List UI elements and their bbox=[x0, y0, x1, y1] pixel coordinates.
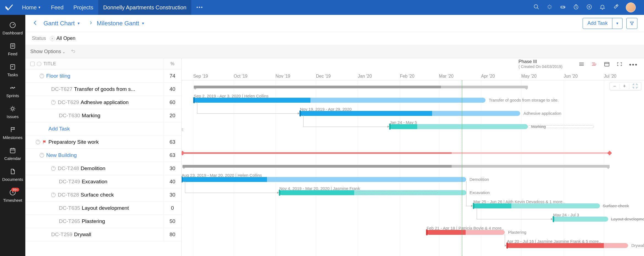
crumb-gantt-chart[interactable]: Gantt Chart bbox=[43, 20, 75, 27]
bell-icon[interactable] bbox=[599, 4, 605, 11]
flag-icon bbox=[42, 140, 47, 144]
search-icon[interactable] bbox=[533, 4, 539, 11]
svg-rect-15 bbox=[10, 64, 15, 69]
zoom-out-button[interactable]: − bbox=[610, 83, 620, 89]
undo-icon[interactable] bbox=[71, 49, 76, 55]
zoom-in-button[interactable]: + bbox=[620, 83, 629, 89]
svg-point-0 bbox=[534, 5, 538, 8]
task-bar[interactable] bbox=[182, 177, 466, 182]
task-row-preparatory[interactable]: ⌃Preparatory Site work63 bbox=[25, 135, 181, 149]
sidebar-item-issues[interactable]: Issues bbox=[0, 102, 25, 123]
task-bar[interactable] bbox=[553, 217, 608, 222]
title-header: TITLE bbox=[43, 61, 56, 66]
today-marker bbox=[462, 80, 462, 256]
gantt-chart-panel[interactable]: Phase III ( Created On 04/03/2019) ••• bbox=[182, 58, 644, 256]
sidebar-item-dashboard[interactable]: Dashboard bbox=[0, 18, 25, 39]
filter-button[interactable] bbox=[626, 18, 637, 29]
task-bar[interactable] bbox=[507, 243, 628, 248]
nav-feed[interactable]: Feed bbox=[46, 0, 69, 15]
column-icon[interactable] bbox=[37, 62, 41, 66]
view-toggle-icon[interactable] bbox=[578, 61, 585, 68]
svg-rect-17 bbox=[10, 148, 15, 153]
phase-title: Phase III ( Created On 04/03/2019) bbox=[519, 59, 563, 69]
breadcrumb-row: Gantt Chart ▼ Milestone Gantt ▼ Add Task… bbox=[25, 15, 644, 32]
task-row-floor-tiling[interactable]: ⌃Floor tiling74 bbox=[25, 69, 181, 83]
tools-icon[interactable] bbox=[613, 4, 619, 11]
collapse-icon[interactable]: ⌃ bbox=[51, 166, 56, 171]
more-icon[interactable]: ••• bbox=[629, 61, 638, 68]
badge: 99+ bbox=[11, 188, 19, 192]
status-label: Status bbox=[32, 36, 46, 41]
fullscreen-icon[interactable] bbox=[616, 61, 623, 68]
task-row-new-building[interactable]: ⌃New Building63 bbox=[25, 149, 181, 162]
critical-path-icon[interactable] bbox=[591, 61, 597, 68]
sparkle-icon[interactable] bbox=[547, 4, 553, 11]
topbar-right bbox=[533, 2, 641, 12]
app-logo[interactable] bbox=[3, 2, 15, 13]
task-list-panel: TITLE % ⌃Floor tiling74 DC-T627Transfer … bbox=[25, 58, 182, 256]
sidebar-item-tasks[interactable]: Tasks bbox=[0, 60, 25, 81]
collapse-icon[interactable]: ⌃ bbox=[40, 74, 44, 78]
status-chip[interactable]: ×All Open bbox=[50, 36, 75, 41]
collapse-icon[interactable]: ⌃ bbox=[40, 153, 44, 157]
task-bar[interactable] bbox=[300, 111, 520, 116]
collapse-icon[interactable]: ⌃ bbox=[51, 193, 56, 197]
bar-title-label: Transfer of goods from storage to site. bbox=[489, 98, 559, 102]
nav-more[interactable]: ••• bbox=[191, 5, 208, 10]
plus-circle-icon[interactable] bbox=[586, 4, 592, 11]
top-nav: Home▼ Feed Projects Donnelly Apartments … bbox=[17, 0, 208, 15]
nav-current-project[interactable]: Donnelly Apartments Construction bbox=[98, 0, 191, 15]
task-row[interactable]: ⌃DC-T628Surface check30 bbox=[25, 188, 181, 201]
collapse-icon[interactable]: ⌃ bbox=[36, 140, 40, 144]
calendar-toggle-icon[interactable] bbox=[604, 61, 610, 68]
task-row[interactable]: DC-T627Transfer of goods from s...40 bbox=[25, 83, 181, 96]
gantt-chart-area[interactable]: − + ⛶ Sep 2, 2019 - Apr 3, 2020 | Helen … bbox=[182, 80, 644, 256]
add-task-link[interactable]: Add Task bbox=[25, 122, 181, 135]
back-button[interactable] bbox=[32, 20, 39, 27]
clock-icon[interactable] bbox=[573, 4, 579, 11]
user-avatar[interactable] bbox=[626, 2, 636, 12]
task-row[interactable]: ⌃DC-T629Adhesive application60 bbox=[25, 96, 181, 109]
column-header: TITLE % bbox=[25, 58, 181, 69]
task-row[interactable]: DC-T265Plastering50 bbox=[25, 215, 181, 228]
sidebar-item-milestones[interactable]: Milestones bbox=[0, 123, 25, 144]
svg-rect-12 bbox=[10, 43, 15, 48]
caret-down-icon[interactable]: ▼ bbox=[141, 21, 145, 25]
task-bar[interactable] bbox=[427, 230, 505, 235]
task-row[interactable]: DC-T635Layout development0 bbox=[25, 201, 181, 215]
resize-handle[interactable] bbox=[182, 126, 183, 134]
sidebar-item-documents[interactable]: Documents bbox=[0, 165, 25, 186]
options-bar: Show Options ⌄ bbox=[25, 45, 644, 58]
caret-down-icon[interactable]: ▼ bbox=[77, 21, 80, 25]
crumb-milestone-gantt[interactable]: Milestone Gantt bbox=[97, 20, 139, 27]
nav-home[interactable]: Home▼ bbox=[17, 0, 46, 15]
add-task-button[interactable]: Add Task▼ bbox=[583, 18, 623, 29]
topbar: Home▼ Feed Projects Donnelly Apartments … bbox=[0, 0, 644, 15]
sidebar-item-calendar[interactable]: Calendar bbox=[0, 144, 25, 165]
task-row[interactable]: DC-T249Excavation40 bbox=[25, 175, 181, 188]
sidebar-item-feed[interactable]: Feed bbox=[0, 39, 25, 60]
timeline-header: Sep '19 Oct '19 Nov '19 Dec '19 Jan '20 … bbox=[182, 72, 644, 80]
nav-projects[interactable]: Projects bbox=[69, 0, 98, 15]
add-task-dropdown[interactable]: ▼ bbox=[612, 18, 622, 29]
svg-point-6 bbox=[564, 7, 565, 8]
task-row[interactable]: DC-T630Marking20 bbox=[25, 109, 181, 122]
svg-rect-28 bbox=[605, 62, 609, 66]
percent-header: % bbox=[163, 58, 181, 69]
task-row[interactable]: DC-T259Drywall80 bbox=[25, 228, 181, 241]
close-icon[interactable]: × bbox=[50, 36, 55, 41]
collapse-icon[interactable]: ⌃ bbox=[51, 100, 56, 105]
show-options-dropdown[interactable]: Show Options ⌄ bbox=[30, 49, 65, 55]
gamepad-icon[interactable] bbox=[560, 4, 566, 11]
zoom-fit-button[interactable]: ⛶ bbox=[629, 83, 641, 89]
status-row: Status ×All Open bbox=[25, 32, 644, 45]
task-bar[interactable] bbox=[473, 203, 600, 208]
task-bar[interactable] bbox=[194, 98, 485, 103]
column-icon[interactable] bbox=[30, 62, 35, 66]
svg-point-16 bbox=[12, 108, 14, 110]
task-bar[interactable] bbox=[390, 124, 528, 129]
svg-line-1 bbox=[537, 8, 539, 9]
task-row[interactable]: ⌃DC-T248Demolition30 bbox=[25, 162, 181, 175]
sidebar-item-timesheet[interactable]: 99+Timesheet bbox=[0, 186, 25, 206]
sidebar-item-sprints[interactable]: Sprints bbox=[0, 81, 25, 102]
